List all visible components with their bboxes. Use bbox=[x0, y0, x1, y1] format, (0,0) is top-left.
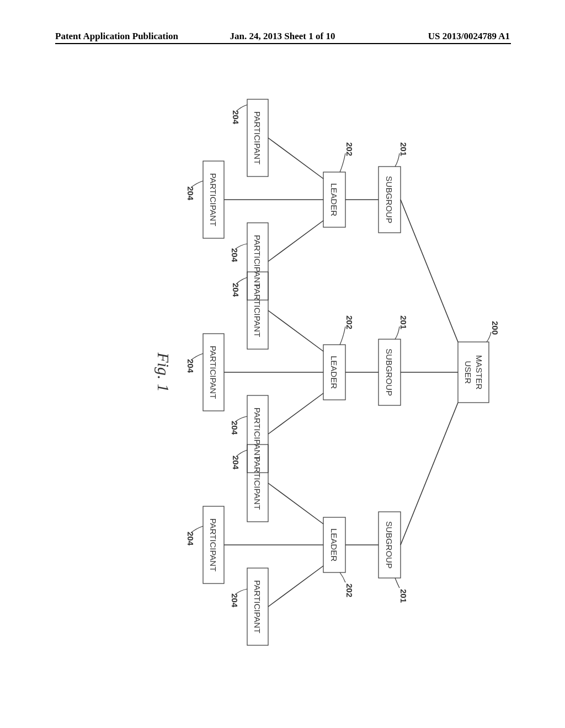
lead-master bbox=[487, 332, 491, 342]
subgroup-label-left: SUBGROUP bbox=[385, 176, 394, 223]
figure-rotation-wrapper: MASTER USER 200 SUBGROUP 201 bbox=[55, 83, 511, 662]
subgroup-label-right: SUBGROUP bbox=[385, 521, 394, 569]
subgroup-box-right: SUBGROUP bbox=[379, 512, 401, 578]
participant-label-left-2: PARTICIPANT bbox=[209, 173, 218, 227]
ref-participant-right-2: 204 bbox=[186, 532, 195, 546]
edge-master-sub-right bbox=[401, 403, 458, 545]
page-header: Patent Application Publication Jan. 24, … bbox=[0, 43, 565, 44]
ref-participant-right-1: 204 bbox=[231, 456, 241, 470]
participant-box-center-2: PARTICIPANT bbox=[203, 334, 224, 411]
svg-rect-0 bbox=[458, 342, 489, 403]
participant-box-right-2: PARTICIPANT bbox=[203, 506, 224, 584]
leader-box-right: LEADER bbox=[323, 517, 345, 572]
ref-participant-center-3: 204 bbox=[230, 421, 239, 435]
participant-label-center-2: PARTICIPANT bbox=[209, 346, 218, 399]
lead-leader-left bbox=[340, 153, 345, 172]
edge-leader-p1-right bbox=[268, 483, 323, 524]
participant-label-left-3: PARTICIPANT bbox=[253, 235, 262, 288]
ref-participant-left-2: 204 bbox=[186, 186, 195, 201]
ref-participant-center-1: 204 bbox=[231, 283, 241, 297]
participant-box-left-2: PARTICIPANT bbox=[203, 161, 224, 238]
leader-box-left: LEADER bbox=[323, 172, 345, 227]
ref-leader-right: 202 bbox=[345, 584, 354, 597]
edge-leader-p3-center bbox=[268, 393, 323, 434]
master-user-label-1: MASTER bbox=[475, 355, 484, 390]
leader-label-right: LEADER bbox=[329, 528, 339, 561]
header-left: Patent Application Publication bbox=[55, 31, 178, 42]
participant-label-right-3: PARTICIPANT bbox=[253, 580, 262, 634]
participant-box-left-1: PARTICIPANT bbox=[247, 99, 268, 176]
master-user-label-2: USER bbox=[463, 361, 473, 384]
edge-leader-p1-center bbox=[268, 311, 323, 351]
participant-label-left-1: PARTICIPANT bbox=[253, 111, 262, 165]
ref-subgroup-left: 201 bbox=[399, 142, 408, 156]
participant-label-right-1: PARTICIPANT bbox=[253, 457, 262, 510]
leader-box-center: LEADER bbox=[323, 345, 345, 400]
figure-caption: Fig. 1 bbox=[154, 352, 173, 392]
figure-svg: MASTER USER 200 SUBGROUP 201 bbox=[55, 83, 511, 662]
participant-label-right-2: PARTICIPANT bbox=[209, 518, 218, 572]
edge-leader-p1-left bbox=[268, 138, 323, 179]
ref-leader-left: 202 bbox=[345, 142, 354, 156]
edge-leader-p3-left bbox=[268, 221, 323, 261]
participant-label-center-1: PARTICIPANT bbox=[253, 284, 262, 338]
edge-leader-p3-right bbox=[268, 566, 323, 607]
subgroup-label-center: SUBGROUP bbox=[385, 349, 394, 396]
header-rule bbox=[55, 43, 511, 44]
ref-subgroup-right: 201 bbox=[399, 589, 408, 603]
lead-leader-right bbox=[340, 572, 345, 582]
subgroup-box-center: SUBGROUP bbox=[379, 339, 401, 405]
figure-area: MASTER USER 200 SUBGROUP 201 bbox=[55, 83, 511, 662]
ref-subgroup-center: 201 bbox=[399, 315, 408, 329]
participant-box-center-1: PARTICIPANT bbox=[247, 272, 268, 349]
ref-participant-right-3: 204 bbox=[230, 593, 239, 608]
participant-label-center-3: PARTICIPANT bbox=[253, 408, 262, 461]
lead-leader-center bbox=[340, 326, 345, 345]
lead-subgroup-right bbox=[395, 578, 399, 588]
leader-label-left: LEADER bbox=[329, 183, 339, 216]
participant-box-right-1: PARTICIPANT bbox=[247, 445, 268, 522]
ref-leader-center: 202 bbox=[345, 315, 354, 329]
participant-box-right-3: PARTICIPANT bbox=[247, 568, 268, 645]
leader-label-center: LEADER bbox=[329, 356, 339, 389]
ref-participant-left-3: 204 bbox=[230, 248, 239, 263]
ref-participant-left-1: 204 bbox=[231, 110, 241, 125]
header-right: US 2013/0024789 A1 bbox=[428, 31, 510, 42]
lead-participant-right-2 bbox=[191, 526, 203, 533]
subgroup-box-left: SUBGROUP bbox=[379, 167, 401, 233]
lead-participant-left-2 bbox=[191, 181, 203, 188]
edge-master-sub-left bbox=[401, 200, 458, 342]
lead-subgroup-left bbox=[395, 153, 399, 167]
ref-master: 200 bbox=[491, 321, 500, 335]
ref-participant-center-2: 204 bbox=[186, 359, 195, 373]
master-user-box: MASTER USER bbox=[458, 342, 489, 403]
lead-participant-center-2 bbox=[191, 354, 203, 360]
header-center: Jan. 24, 2013 Sheet 1 of 10 bbox=[230, 31, 335, 42]
